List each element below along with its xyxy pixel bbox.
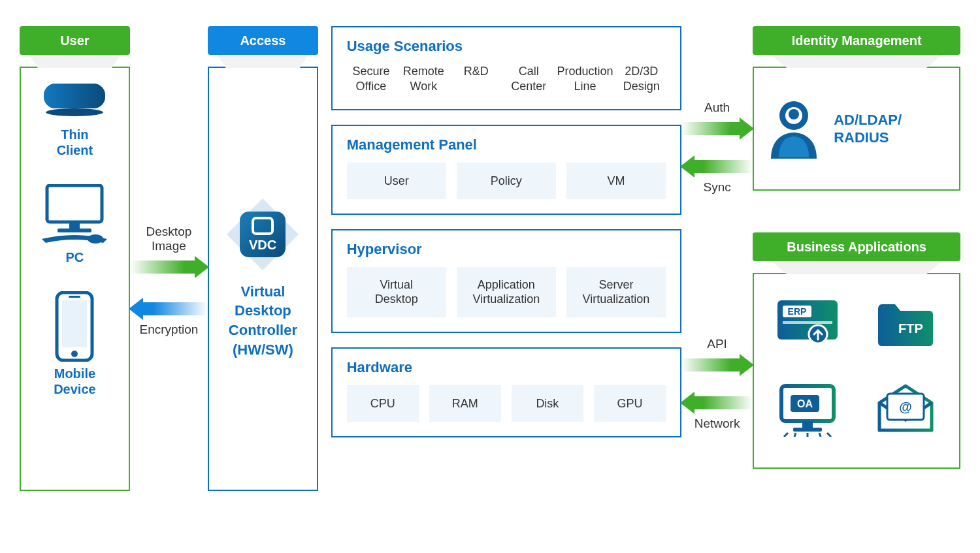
center-right-arrows: Auth Sync API Network bbox=[681, 26, 753, 433]
desktop-image-label: Desktop Image bbox=[130, 225, 208, 253]
svg-rect-4 bbox=[47, 185, 102, 222]
hyp-tile: Server Virtualization bbox=[566, 267, 666, 317]
svg-rect-27 bbox=[802, 421, 813, 428]
user-column: User Thin Client bbox=[20, 26, 130, 491]
vdc-icon: VDC bbox=[227, 198, 299, 270]
svg-text:ERP: ERP bbox=[788, 306, 807, 317]
svg-rect-1 bbox=[44, 84, 105, 108]
usage-item: Secure Office bbox=[347, 64, 395, 95]
mgmt-tile: VM bbox=[566, 163, 666, 199]
usage-items: Secure Office Remote Work R&D Call Cente… bbox=[347, 64, 666, 95]
sync-label: Sync bbox=[681, 180, 753, 195]
panel-mgmt: Management Panel User Policy VM bbox=[331, 125, 681, 215]
person-icon bbox=[766, 96, 822, 161]
hyp-tile: Virtual Desktop bbox=[347, 267, 446, 317]
identity-label: AD/LDAP/ RADIUS bbox=[834, 111, 902, 147]
app-ftp: FTP bbox=[873, 294, 938, 351]
hw-tile: RAM bbox=[429, 385, 501, 422]
hw-tile: Disk bbox=[512, 385, 583, 422]
business-box: ERP FTP OA bbox=[753, 273, 960, 469]
panel-usage: Usage Scenarios Secure Office Remote Wor… bbox=[331, 26, 681, 110]
panel-usage-title: Usage Scenarios bbox=[347, 38, 666, 55]
device-pc: PC bbox=[38, 184, 111, 265]
usage-item: R&D bbox=[452, 64, 500, 95]
network-label: Network bbox=[681, 417, 753, 431]
arrow-encryption bbox=[130, 298, 208, 320]
api-label: API bbox=[681, 337, 753, 351]
hyp-tile: Application Virtualization bbox=[457, 267, 556, 317]
svg-rect-6 bbox=[57, 229, 91, 232]
svg-text:@: @ bbox=[899, 400, 912, 414]
access-header-skirt bbox=[217, 54, 310, 68]
usage-item: 2D/3D Design bbox=[617, 64, 666, 95]
hw-tile: GPU bbox=[594, 385, 666, 422]
svg-point-17 bbox=[789, 109, 799, 119]
arrow-desktop-image bbox=[130, 256, 208, 278]
panel-hardware-title: Hardware bbox=[347, 359, 666, 376]
panel-hypervisor-title: Hypervisor bbox=[347, 241, 666, 258]
access-label: Virtual Desktop Controller (HW/SW) bbox=[229, 282, 297, 360]
svg-text:OA: OA bbox=[797, 398, 813, 409]
panel-hardware: Hardware CPU RAM Disk GPU bbox=[331, 347, 681, 437]
user-box: Thin Client PC Mobi bbox=[20, 67, 130, 491]
svg-rect-11 bbox=[69, 296, 80, 298]
svg-point-10 bbox=[71, 351, 78, 357]
svg-rect-28 bbox=[793, 428, 822, 432]
user-access-arrows: Desktop Image Encryption bbox=[130, 26, 208, 340]
oa-icon: OA bbox=[776, 382, 839, 437]
device-pc-label: PC bbox=[66, 249, 84, 265]
identity-header: Identity Management bbox=[753, 26, 960, 55]
right-column: Identity Management AD/LDAP/ RADIUS Busi… bbox=[753, 26, 960, 469]
thin-client-icon bbox=[39, 81, 110, 123]
mobile-icon bbox=[53, 291, 96, 362]
svg-rect-21 bbox=[783, 321, 832, 324]
arrow-auth bbox=[681, 118, 753, 140]
mail-icon: @ bbox=[874, 383, 937, 435]
arrow-sync bbox=[681, 155, 753, 178]
panel-hypervisor: Hypervisor Virtual Desktop Application V… bbox=[331, 229, 681, 333]
user-header-skirt bbox=[29, 54, 122, 68]
svg-rect-3 bbox=[65, 110, 84, 115]
app-erp: ERP bbox=[775, 294, 840, 351]
device-thin-client-label: Thin Client bbox=[57, 127, 93, 158]
panel-mgmt-title: Management Panel bbox=[347, 136, 666, 153]
access-column: Access VDC Virtual Desktop Controller (H… bbox=[208, 26, 318, 491]
usage-item: Call Center bbox=[504, 64, 553, 95]
device-thin-client: Thin Client bbox=[39, 81, 110, 158]
center-column: Usage Scenarios Secure Office Remote Wor… bbox=[331, 26, 681, 437]
svg-point-7 bbox=[88, 234, 103, 244]
user-header: User bbox=[20, 26, 130, 55]
mgmt-tile: User bbox=[347, 163, 446, 199]
business-header-skirt bbox=[770, 260, 944, 274]
app-oa: OA bbox=[775, 381, 840, 438]
vdc-badge-text: VDC bbox=[249, 238, 276, 252]
identity-box: AD/LDAP/ RADIUS bbox=[753, 67, 960, 191]
business-header: Business Applications bbox=[753, 232, 960, 261]
access-box: VDC Virtual Desktop Controller (HW/SW) bbox=[208, 67, 318, 491]
usage-item: Production Line bbox=[557, 64, 613, 95]
hw-tile: CPU bbox=[347, 385, 419, 422]
svg-text:FTP: FTP bbox=[898, 321, 923, 336]
identity-header-skirt bbox=[770, 54, 944, 68]
erp-icon: ERP bbox=[776, 296, 839, 349]
pc-icon bbox=[38, 184, 111, 245]
device-mobile: Mobile Device bbox=[53, 291, 96, 397]
svg-rect-9 bbox=[62, 300, 87, 347]
arrow-network bbox=[681, 392, 753, 414]
mgmt-tile: Policy bbox=[457, 163, 556, 199]
ftp-icon: FTP bbox=[874, 296, 937, 349]
usage-item: Remote Work bbox=[399, 64, 448, 95]
auth-label: Auth bbox=[681, 101, 753, 115]
arrow-api bbox=[681, 354, 753, 376]
encryption-label: Encryption bbox=[130, 323, 208, 337]
access-header: Access bbox=[208, 26, 318, 55]
app-mail: @ bbox=[873, 381, 938, 438]
device-mobile-label: Mobile Device bbox=[54, 366, 96, 397]
